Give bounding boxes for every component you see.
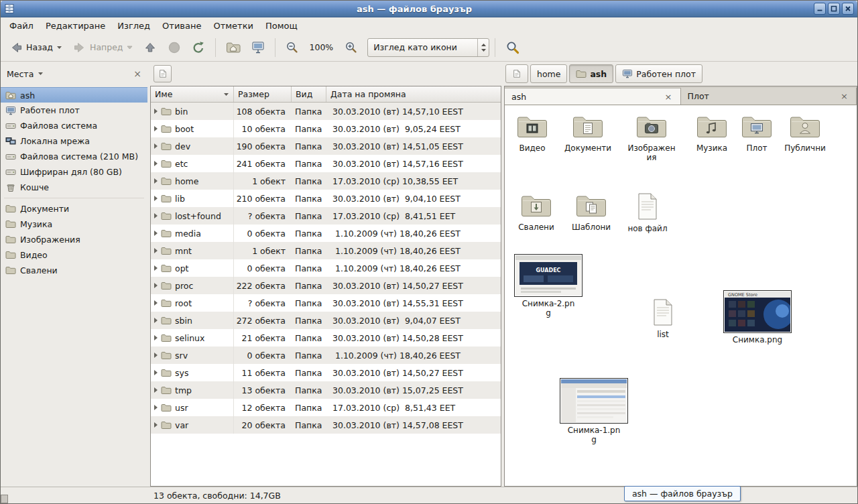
minimize-button[interactable] <box>814 3 826 15</box>
back-dropdown-icon[interactable] <box>56 46 62 50</box>
file-item-new-file[interactable]: нов файл <box>621 192 674 233</box>
menu-go[interactable]: Отиване <box>156 19 207 33</box>
icon-view[interactable]: ВидеоДокументиИзображенияМузикаПлотПубли… <box>505 105 857 486</box>
up-button[interactable] <box>139 37 162 58</box>
menu-bookmarks[interactable]: Отметки <box>207 19 259 33</box>
menu-edit[interactable]: Редактиране <box>40 19 111 33</box>
zoom-out-button[interactable] <box>281 37 303 58</box>
back-button[interactable]: Назад <box>5 37 67 58</box>
sidebar-close-button[interactable]: × <box>133 68 141 79</box>
expander-icon[interactable] <box>154 126 158 131</box>
sidebar-item-filesystem[interactable]: Файлова система <box>1 118 147 133</box>
expander-icon[interactable] <box>154 265 158 271</box>
table-row-media[interactable]: media0 обектаПапка 1.10.2009 (чт) 18,40,… <box>151 225 501 242</box>
sidebar-item-music[interactable]: Музика <box>1 216 147 232</box>
column-header-size[interactable]: Размер <box>234 86 292 102</box>
expander-icon[interactable] <box>154 196 158 201</box>
tab-close-icon[interactable]: × <box>839 91 849 101</box>
sidebar-item-encrypted-80[interactable]: Шифриран дял (80 GB) <box>1 164 147 180</box>
menu-help[interactable]: Помощ <box>259 19 304 33</box>
tab-ash[interactable]: ash× <box>505 88 681 105</box>
table-row-sys[interactable]: sys11 обектаПапка30.03.2010 (вт) 14,50,2… <box>151 364 501 381</box>
expander-icon[interactable] <box>154 161 158 166</box>
sidebar-item-downloads[interactable]: Свалени <box>1 263 147 278</box>
table-row-sbin[interactable]: sbin272 обектаПапка30.03.2010 (вт) 9,04,… <box>151 312 501 329</box>
file-item-snimka-1[interactable]: Снимка-1.png <box>559 378 629 444</box>
expander-icon[interactable] <box>154 318 158 323</box>
sidebar-item-pictures[interactable]: Изображения <box>1 232 147 247</box>
file-item-downloads[interactable]: Свалени <box>509 194 563 232</box>
table-row-dev[interactable]: dev190 обектаПапка30.03.2010 (вт) 14,51,… <box>151 137 501 155</box>
expander-icon[interactable] <box>154 387 158 393</box>
file-item-snimka-2[interactable]: GUADECСнимка-2.png <box>513 254 583 318</box>
search-button[interactable] <box>501 37 525 58</box>
expander-icon[interactable] <box>154 300 158 306</box>
titlebar[interactable]: ash — файлов браузър <box>1 1 857 17</box>
zoom-in-button[interactable] <box>340 37 362 58</box>
file-item-public[interactable]: Публични <box>778 115 832 153</box>
table-row-tmp[interactable]: tmp13 обектаПапка30.03.2010 (вт) 15,07,2… <box>151 381 501 399</box>
forward-button[interactable]: Напред <box>68 37 137 58</box>
stop-button[interactable] <box>163 37 186 58</box>
close-button[interactable] <box>842 3 854 15</box>
table-row-bin[interactable]: bin108 обектаПапка30.03.2010 (вт) 14,57,… <box>151 103 501 120</box>
expander-icon[interactable] <box>154 283 158 288</box>
file-item-snimka[interactable]: GNOME StoreСнимка.png <box>723 290 792 344</box>
expander-icon[interactable] <box>154 422 158 428</box>
path-button-ash[interactable]: ash <box>569 64 613 83</box>
table-row-etc[interactable]: etc241 обектаПапка30.03.2010 (вт) 14,57,… <box>151 155 501 172</box>
tab-close-icon[interactable]: × <box>664 92 674 102</box>
table-row-usr[interactable]: usr12 обектаПапка17.03.2010 (ср) 8,51,43… <box>151 399 501 416</box>
expander-icon[interactable] <box>154 109 158 114</box>
table-row-mnt[interactable]: mnt1 обектПапка 1.10.2009 (чт) 18,40,26 … <box>151 242 501 259</box>
file-item-pictures[interactable]: Изображения <box>625 115 678 162</box>
column-header-type[interactable]: Вид <box>292 86 326 102</box>
table-row-boot[interactable]: boot10 обектаПапка30.03.2010 (вт) 9,05,2… <box>151 120 501 137</box>
sidebar-item-volume-210[interactable]: Файлова система (210 MB) <box>1 149 147 164</box>
combo-spinner[interactable] <box>477 39 489 56</box>
maximize-button[interactable] <box>828 3 840 15</box>
file-item-templates[interactable]: Шаблони <box>564 194 618 232</box>
file-item-videos[interactable]: Видео <box>505 115 559 153</box>
column-header-date[interactable]: Дата на промяна <box>326 86 501 102</box>
sidebar-item-videos[interactable]: Видео <box>1 247 147 263</box>
reload-button[interactable] <box>187 37 210 58</box>
table-row-proc[interactable]: proc222 обектаПапка30.03.2010 (вт) 14,50… <box>151 277 501 294</box>
path-button-desktop[interactable]: Работен плот <box>615 64 702 83</box>
path-button-root[interactable] <box>505 64 528 83</box>
expander-icon[interactable] <box>154 248 158 253</box>
places-dropdown-icon[interactable] <box>38 72 44 76</box>
sidebar-item-home[interactable]: ash <box>1 87 147 103</box>
table-row-root[interactable]: root? обектаПапка30.03.2010 (вт) 14,55,3… <box>151 294 501 312</box>
path-button-home[interactable]: home <box>530 64 567 83</box>
expander-icon[interactable] <box>154 231 158 236</box>
expander-icon[interactable] <box>154 213 158 218</box>
menu-file[interactable]: Файл <box>3 19 40 33</box>
expander-icon[interactable] <box>154 353 158 358</box>
sidebar-item-trash[interactable]: Кошче <box>1 180 147 195</box>
expander-icon[interactable] <box>154 335 158 340</box>
table-row-lib[interactable]: lib210 обектаПапка30.03.2010 (вт) 9,04,1… <box>151 190 501 207</box>
table-row-srv[interactable]: srv0 обектаПапка 1.10.2009 (чт) 18,40,26… <box>151 346 501 364</box>
table-row-home[interactable]: home1 обектПапка17.03.2010 (ср) 10,38,55… <box>151 172 501 190</box>
menu-view[interactable]: Изглед <box>111 19 156 33</box>
home-button[interactable] <box>221 37 245 58</box>
expander-icon[interactable] <box>154 178 158 184</box>
file-item-documents[interactable]: Документи <box>561 115 615 153</box>
taskbar-window-button[interactable]: ash — файлов браузър <box>624 486 741 501</box>
sidebar-item-documents[interactable]: Документи <box>1 201 147 216</box>
file-item-list-file[interactable]: list <box>636 298 690 339</box>
expander-icon[interactable] <box>154 405 158 410</box>
view-mode-combo[interactable]: Изглед като икони <box>367 38 489 57</box>
table-row-opt[interactable]: opt0 обектаПапка 1.10.2009 (чт) 18,40,26… <box>151 259 501 277</box>
sidebar-item-desktop[interactable]: Работен плот <box>1 103 147 118</box>
column-header-name[interactable]: Име <box>151 86 234 102</box>
computer-button[interactable] <box>247 37 269 58</box>
table-row-selinux[interactable]: selinux21 обектаПапка30.03.2010 (вт) 14,… <box>151 329 501 346</box>
table-row-var[interactable]: var20 обектаПапка30.03.2010 (вт) 14,57,0… <box>151 416 501 434</box>
file-item-desktop[interactable]: Плот <box>730 115 784 153</box>
table-row-lost+found[interactable]: lost+found? обектаПапка17.03.2010 (ср) 8… <box>151 207 501 225</box>
tab-desktop[interactable]: Плот× <box>681 88 857 105</box>
sidebar-item-network[interactable]: Локална мрежа <box>1 133 147 149</box>
expander-icon[interactable] <box>154 370 158 375</box>
